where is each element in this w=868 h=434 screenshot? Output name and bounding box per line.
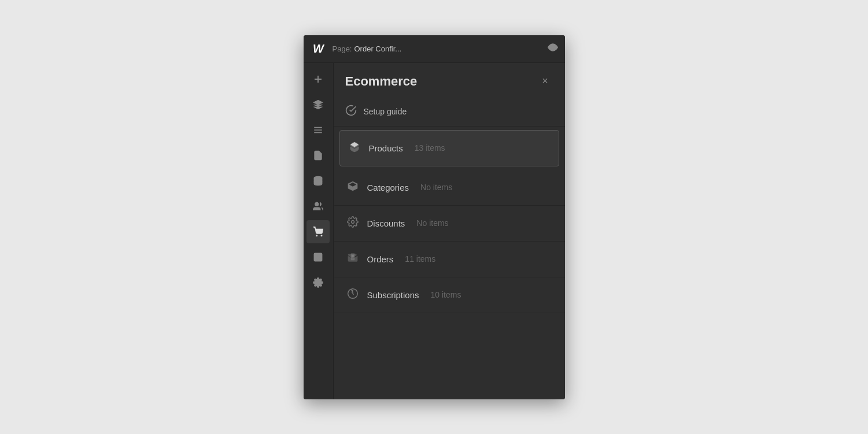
ecommerce-panel: Ecommerce × Setup guide	[334, 63, 565, 399]
sidebar-icon-cube[interactable]	[306, 93, 330, 116]
setup-guide-item[interactable]: Setup guide	[334, 98, 565, 127]
subscriptions-icon	[346, 288, 359, 302]
sidebar-icon-settings[interactable]	[306, 271, 330, 294]
discounts-count: No items	[416, 218, 448, 228]
sidebar-icon-users[interactable]	[306, 195, 330, 218]
discounts-icon	[346, 216, 359, 231]
menu-item-subscriptions[interactable]: Subscriptions 10 items	[334, 277, 565, 313]
subscriptions-count: 10 items	[431, 290, 461, 299]
orders-label: Orders	[367, 254, 394, 264]
sidebar-icon-add[interactable]	[306, 68, 330, 91]
sidebar-icon-file[interactable]	[306, 144, 330, 167]
categories-icon	[346, 180, 359, 195]
sidebar-icon-menu[interactable]	[306, 118, 330, 142]
orders-count: 11 items	[405, 254, 435, 264]
top-bar: W Page: Order Confir...	[304, 35, 565, 63]
eye-icon[interactable]	[548, 42, 558, 55]
menu-item-categories[interactable]: Categories No items	[334, 170, 565, 206]
svg-point-11	[351, 220, 354, 223]
discounts-label: Discounts	[367, 218, 405, 228]
orders-icon	[346, 252, 359, 266]
menu-item-orders[interactable]: Orders 11 items	[334, 242, 565, 277]
page-label: Page:	[333, 44, 352, 53]
main-layout: Ecommerce × Setup guide	[304, 63, 565, 399]
panel-title: Ecommerce	[345, 74, 418, 89]
logo: W	[311, 40, 327, 57]
categories-label: Categories	[367, 183, 409, 192]
products-label: Products	[369, 143, 403, 153]
menu-list: Products 13 items Categories No items	[334, 127, 565, 399]
top-bar-page: Page: Order Confir...	[333, 44, 542, 53]
w-logo-text: W	[313, 42, 324, 55]
sidebar-icon-image[interactable]	[306, 246, 330, 269]
sidebar-icon-database[interactable]	[306, 169, 330, 192]
svg-point-5	[315, 202, 319, 206]
menu-item-products[interactable]: Products 13 items	[339, 130, 559, 166]
app-container: W Page: Order Confir...	[304, 35, 565, 399]
products-count: 13 items	[415, 143, 445, 153]
categories-count: No items	[420, 183, 452, 192]
left-sidebar	[304, 63, 334, 399]
panel-close-button[interactable]: ×	[537, 73, 553, 90]
menu-item-discounts[interactable]: Discounts No items	[334, 206, 565, 242]
svg-point-9	[316, 255, 317, 256]
sidebar-icon-cart[interactable]	[306, 220, 330, 243]
setup-guide-label: Setup guide	[364, 107, 407, 116]
svg-point-6	[316, 235, 317, 236]
subscriptions-label: Subscriptions	[367, 290, 419, 300]
page-name: Order Confir...	[354, 44, 401, 53]
check-circle-icon	[345, 105, 357, 119]
products-icon	[348, 141, 361, 155]
svg-point-7	[321, 235, 322, 236]
panel-header: Ecommerce ×	[334, 63, 565, 98]
svg-point-0	[551, 46, 554, 49]
